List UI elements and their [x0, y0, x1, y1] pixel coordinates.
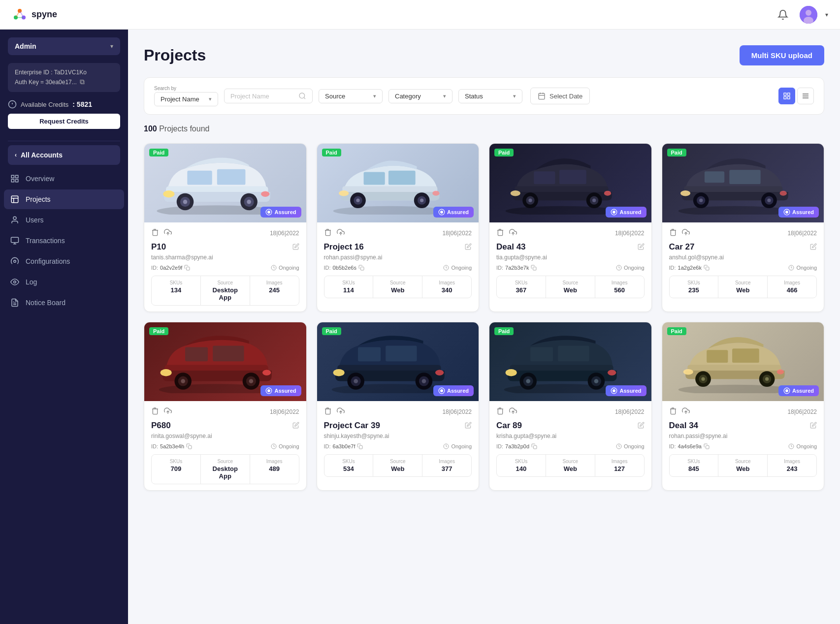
delete-icon[interactable]: [324, 228, 332, 238]
svg-rect-168: [732, 348, 759, 363]
multi-sku-upload-button[interactable]: Multi SKU upload: [740, 45, 824, 65]
sidebar-item-users[interactable]: Users: [4, 210, 124, 230]
project-card[interactable]: Paid Assured 18|06|2022 Car 27: [662, 143, 825, 312]
card-edit-icon[interactable]: [638, 422, 645, 430]
images-stat: Images 489: [250, 455, 299, 484]
card-edit-icon[interactable]: [292, 422, 299, 430]
project-card[interactable]: Paid Assured 18|06|2022 P10: [144, 143, 307, 312]
upload-icon[interactable]: [682, 228, 690, 238]
card-edit-icon[interactable]: [810, 422, 817, 430]
svg-point-135: [333, 369, 344, 376]
source-stat: Source Desktop App: [201, 455, 250, 484]
card-edit-icon[interactable]: [292, 243, 299, 251]
projects-icon: [10, 194, 20, 204]
user-menu-chevron[interactable]: ▾: [825, 11, 828, 18]
card-stats: SKUs 140 Source Web Images 127: [496, 454, 645, 477]
card-actions-row: 18|06|2022: [496, 228, 645, 238]
status-select[interactable]: Status ▾: [458, 89, 522, 103]
svg-point-40: [157, 205, 277, 215]
sidebar-item-configurations[interactable]: Configurations: [4, 251, 124, 271]
copy-id-icon[interactable]: [358, 265, 364, 271]
main-content: Projects Multi SKU upload Search by Proj…: [128, 30, 840, 624]
upload-icon[interactable]: [337, 228, 345, 238]
copy-id-icon[interactable]: [186, 443, 192, 449]
admin-label: Admin: [15, 42, 36, 50]
list-view-button[interactable]: [797, 88, 814, 104]
project-card[interactable]: Paid Assured 18|06|2022 Deal 34: [662, 322, 825, 491]
user-avatar[interactable]: [800, 6, 817, 24]
svg-point-153: [608, 370, 616, 375]
svg-point-23: [14, 260, 16, 263]
admin-selector[interactable]: Admin ▾: [8, 37, 120, 55]
card-edit-icon[interactable]: [810, 243, 817, 251]
card-id: ID: 0a2v2e9f: [151, 265, 190, 271]
card-image: Paid Assured: [317, 322, 479, 401]
delete-icon[interactable]: [496, 407, 504, 417]
sidebar-item-log[interactable]: Log: [4, 272, 124, 292]
delete-icon[interactable]: [324, 407, 332, 417]
project-card[interactable]: Paid Assured 18|06|2022 P680: [144, 322, 307, 491]
card-actions-row: 18|06|2022: [324, 407, 472, 417]
card-title: Car 27: [669, 242, 695, 252]
svg-rect-117: [213, 346, 244, 362]
card-action-icons: [324, 228, 345, 238]
delete-icon[interactable]: [151, 407, 159, 417]
upload-icon[interactable]: [164, 228, 172, 238]
svg-rect-13: [16, 175, 18, 178]
notification-bell[interactable]: [774, 6, 792, 24]
sidebar-item-projects[interactable]: Projects: [4, 189, 124, 209]
card-email: shinju.kayesth@spyne.ai: [324, 433, 472, 439]
card-id-row: ID: 0a2v2e9f Ongoing: [151, 265, 299, 271]
delete-icon[interactable]: [151, 228, 159, 238]
sidebar-item-overview[interactable]: Overview: [4, 169, 124, 188]
sidebar-item-transactions[interactable]: Transactions: [4, 231, 124, 250]
sidebar-item-notice-board[interactable]: Notice Board: [4, 293, 124, 312]
card-title: Deal 43: [496, 242, 526, 252]
project-card[interactable]: Paid Assured 18|06|2022 Project 16: [317, 143, 480, 312]
card-edit-icon[interactable]: [465, 243, 472, 251]
svg-point-27: [299, 93, 305, 98]
category-select[interactable]: Category ▾: [388, 89, 452, 103]
paid-badge: Paid: [322, 149, 341, 156]
request-credits-button[interactable]: Request Credits: [8, 114, 120, 129]
copy-id-icon[interactable]: [531, 265, 537, 271]
svg-point-24: [14, 281, 16, 283]
sidebar: Admin ▾ Enterprise ID : TaD1VC1Ko Auth K…: [0, 30, 128, 624]
copy-id-icon[interactable]: [704, 265, 710, 271]
copy-id-icon[interactable]: [704, 443, 710, 449]
card-image: Paid Assured: [489, 322, 651, 401]
upload-icon[interactable]: [509, 407, 517, 417]
source-select[interactable]: Source ▾: [319, 89, 383, 103]
card-status: Ongoing: [788, 443, 817, 449]
card-stats: SKUs 235 Source Web Images 466: [669, 276, 817, 298]
delete-icon[interactable]: [669, 407, 677, 417]
card-title: Deal 34: [669, 421, 699, 431]
copy-id-icon[interactable]: [531, 443, 537, 449]
upload-icon[interactable]: [682, 407, 690, 417]
copy-id-icon[interactable]: [184, 265, 190, 271]
images-stat: Images 377: [422, 455, 471, 476]
upload-icon[interactable]: [164, 407, 172, 417]
svg-rect-16: [11, 196, 18, 203]
card-date: 18|06|2022: [787, 230, 817, 237]
card-edit-icon[interactable]: [465, 422, 472, 430]
project-card[interactable]: Paid Assured 18|06|2022 Deal 43: [489, 143, 652, 312]
all-accounts-row[interactable]: ‹ All Accounts: [8, 145, 120, 165]
svg-point-115: [249, 379, 254, 383]
project-card[interactable]: Paid Assured 18|06|2022 Car 89: [489, 322, 652, 491]
project-card[interactable]: Paid Assured 18|06|2022 Project Ca: [317, 322, 480, 491]
copy-id-icon[interactable]: [357, 443, 363, 449]
transactions-icon: [10, 236, 20, 246]
search-by-select[interactable]: Project Name ▾: [154, 92, 218, 106]
delete-icon[interactable]: [669, 228, 677, 238]
card-edit-icon[interactable]: [638, 243, 645, 251]
search-input[interactable]: [230, 93, 294, 100]
card-stats: SKUs 845 Source Web Images 243: [669, 454, 817, 477]
upload-icon[interactable]: [337, 407, 345, 417]
grid-view-button[interactable]: [778, 88, 795, 104]
upload-icon[interactable]: [509, 228, 517, 238]
date-picker-button[interactable]: Select Date: [530, 88, 590, 104]
copy-icon[interactable]: ⧉: [80, 78, 85, 86]
svg-point-64: [420, 199, 423, 202]
delete-icon[interactable]: [496, 228, 504, 238]
